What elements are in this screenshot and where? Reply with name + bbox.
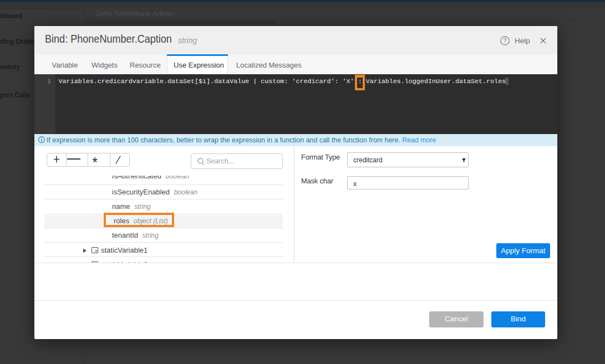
svg-text:?: ? xyxy=(504,37,507,44)
